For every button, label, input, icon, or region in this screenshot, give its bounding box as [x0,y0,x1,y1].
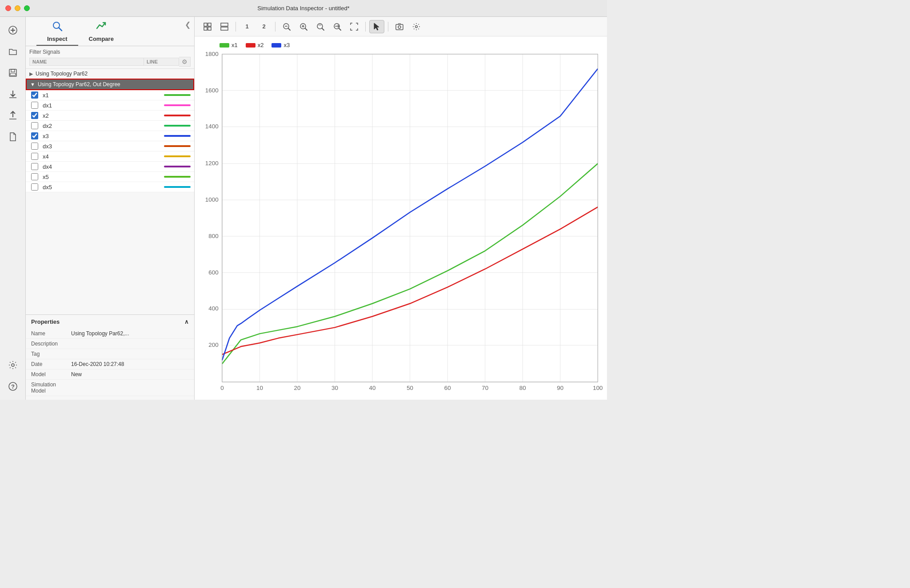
signal-checkbox-dx3[interactable] [31,143,38,150]
properties-content: Name Using Topology Par62,... Descriptio… [26,329,194,400]
signal-line-dx3 [164,145,191,147]
signal-line-dx5 [164,186,191,188]
filter-section: Filter Signals NAME LINE ⚙ [26,46,194,69]
main-container: ? Inspect [0,17,607,400]
svg-text:1000: 1000 [205,196,219,203]
signal-checkbox-dx2[interactable] [31,122,38,129]
new-icon[interactable] [3,20,23,40]
prop-value-name: Using Topology Par62,... [71,330,189,337]
signal-line-x3 [164,135,191,137]
signal-group-par62-outdegree[interactable]: ▼ Using Topology Par62, Out Degree [26,79,194,90]
properties-collapse-icon: ∧ [184,318,189,325]
compare-tab-label: Compare [89,36,114,42]
prop-value-tag [71,351,189,357]
filter-gear-icon[interactable]: ⚙ [179,57,191,67]
signal-name-x5: x5 [43,174,164,180]
zoom-fit-both-btn[interactable] [347,20,362,33]
zoom-reset-btn[interactable] [313,20,328,33]
svg-text:10: 10 [256,385,263,391]
svg-rect-33 [396,24,403,30]
subplot-2-btn[interactable]: 2 [256,20,271,33]
signal-row-dx5: dx5 [26,182,194,192]
signal-line-x4 [164,155,191,157]
signal-checkbox-dx4[interactable] [31,163,38,170]
filter-signals-label: Filter Signals [29,49,191,55]
prop-key-sim-model: Simulation Model [31,381,71,394]
prop-key-name: Name [31,330,71,337]
signal-list: ▶ Using Topology Par62 ▼ Using Topology … [26,69,194,314]
signal-group-par62[interactable]: ▶ Using Topology Par62 [26,69,194,79]
save-icon[interactable] [3,63,23,83]
prop-value-date: 16-Dec-2020 10:27:48 [71,361,189,367]
zoom-out-btn[interactable] [279,20,294,33]
signal-row-x4: x4 [26,151,194,162]
minimize-button[interactable] [15,5,20,11]
document-icon[interactable] [3,127,23,147]
collapse-panel-icon[interactable]: ❮ [185,20,191,29]
signal-row-x1: x1 [26,90,194,100]
signal-name-dx5: dx5 [43,184,164,191]
toolbar-divider-1 [235,22,236,32]
maximize-button[interactable] [24,5,30,11]
svg-text:800: 800 [208,233,218,239]
prop-key-tag: Tag [31,351,71,357]
tab-compare[interactable]: Compare [78,17,124,46]
properties-header[interactable]: Properties ∧ [26,315,194,329]
prop-row-date: Date 16-Dec-2020 10:27:48 [26,359,194,369]
tab-inspect[interactable]: Inspect [36,17,78,46]
signal-checkbox-x5[interactable] [31,173,38,180]
svg-line-27 [305,28,307,30]
settings-icon[interactable] [3,355,23,375]
svg-text:80: 80 [519,385,526,391]
signal-line-x2 [164,115,191,116]
traffic-lights [5,5,30,11]
svg-point-28 [317,24,323,29]
signal-checkbox-x2[interactable] [31,112,38,119]
prop-row-model: Model New [26,369,194,380]
signal-checkbox-x3[interactable] [31,132,38,139]
signal-checkbox-dx5[interactable] [31,183,38,191]
svg-line-23 [288,28,290,30]
svg-text:90: 90 [557,385,563,391]
toolbar-divider-2 [275,22,275,32]
filter-header: NAME LINE ⚙ [29,57,191,67]
chart-area: 1 2 [195,17,607,400]
help-icon[interactable]: ? [3,377,23,396]
prop-key-date: Date [31,361,71,367]
upload-icon[interactable] [3,106,23,125]
prop-row-tag: Tag [26,349,194,359]
signal-name-x1: x1 [43,92,164,99]
signal-name-x4: x4 [43,153,164,160]
svg-text:1200: 1200 [205,160,219,167]
properties-title: Properties [31,318,60,325]
svg-text:60: 60 [444,385,451,391]
signal-checkbox-x4[interactable] [31,153,38,160]
chart-settings-btn[interactable] [409,20,424,33]
svg-rect-18 [208,27,211,30]
chart-toolbar: 1 2 [195,17,607,36]
signal-line-dx4 [164,166,191,167]
signal-checkbox-x1[interactable] [31,91,38,99]
layout-split-btn[interactable] [217,20,232,33]
svg-text:40: 40 [369,385,376,391]
svg-rect-19 [221,23,228,26]
signal-line-x5 [164,176,191,178]
svg-text:1400: 1400 [205,123,219,130]
svg-text:0: 0 [220,385,224,391]
folder-icon[interactable] [3,42,23,61]
chart-canvas[interactable]: x1 x2 x3 [195,36,607,400]
subplot-1-btn[interactable]: 1 [239,20,255,33]
svg-text:70: 70 [482,385,488,391]
zoom-in-btn[interactable] [296,20,311,33]
screenshot-btn[interactable] [392,20,407,33]
sidebar-icons: ? [0,17,26,400]
svg-point-10 [12,364,14,366]
signal-line-dx1 [164,104,191,106]
cursor-btn[interactable] [369,20,384,33]
close-button[interactable] [5,5,11,11]
layout-grid-btn[interactable] [200,20,215,33]
signal-checkbox-dx1[interactable] [31,102,38,109]
download-icon[interactable] [3,84,23,104]
zoom-fit-x-btn[interactable] [330,20,345,33]
toolbar-divider-3 [365,22,366,32]
